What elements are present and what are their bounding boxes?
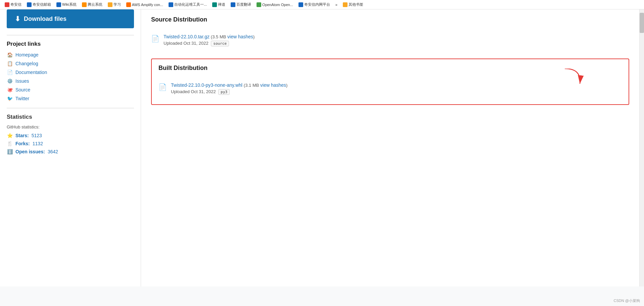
download-files-button[interactable]: ⬇ Download files: [7, 9, 134, 28]
sidebar-divider: [7, 35, 134, 35]
file-icon-built: 📄: [158, 83, 167, 91]
stat-stars: ⭐ Stars: 5123: [7, 133, 134, 138]
nav-item-homepage[interactable]: 🏠 Homepage: [7, 52, 134, 58]
sidebar-divider-2: [7, 108, 134, 108]
nav-item-changelog[interactable]: 📋 Changelog: [7, 61, 134, 66]
source-file-name-line: Twisted-22.10.0.tar.gz (3.5 MB view hash…: [164, 34, 629, 39]
bookmark-baidu[interactable]: 百度翻译: [229, 1, 253, 8]
stat-open-issues: ℹ️ Open issues: 3642: [7, 149, 134, 154]
github-label: GitHub statistics:: [7, 124, 134, 129]
bookmark-tencent[interactable]: 腾云系统: [80, 1, 104, 8]
bookmark-wiki[interactable]: Wiki系统: [54, 1, 79, 8]
built-view-hashes-link[interactable]: view hashes: [260, 82, 286, 88]
download-icon: ⬇: [15, 15, 20, 23]
nav-item-source[interactable]: 🐙 Source: [7, 87, 134, 92]
bookmark-zen[interactable]: 禅道: [210, 1, 227, 8]
issues-icon: ⚙️: [7, 78, 13, 84]
main-content: Source Distribution 📄 Twisted-22.10.0.ta…: [141, 9, 639, 286]
page-wrapper: ⬇ Download files Project links 🏠 Homepag…: [0, 9, 644, 286]
source-view-hashes-link[interactable]: view hashes: [227, 34, 253, 39]
bookmark-mail[interactable]: 奇安信邮箱: [25, 1, 53, 8]
project-links-list: 🏠 Homepage 📋 Changelog 📄 Documentation ⚙…: [7, 52, 134, 101]
bookmark-aws[interactable]: AWS Amplify con...: [124, 2, 165, 8]
docs-icon: 📄: [7, 70, 13, 75]
scrollbar-thumb[interactable]: [640, 13, 644, 33]
bookmarks-bar: 奇安信 奇安信邮箱 Wiki系统 腾云系统 学习 AWS Amplify con…: [0, 0, 644, 9]
issues-link[interactable]: ⚙️ Issues: [7, 78, 134, 84]
file-icon-source: 📄: [151, 35, 159, 43]
fork-icon: 🍴: [7, 141, 13, 146]
bookmark-openatom[interactable]: OpenAtom Open...: [255, 2, 295, 8]
sidebar: ⬇ Download files Project links 🏠 Homepag…: [0, 9, 141, 286]
bookmark-qianxin[interactable]: 奇安信: [3, 1, 24, 8]
nav-item-documentation[interactable]: 📄 Documentation: [7, 70, 134, 75]
built-file-upload: Uploaded Oct 31, 2022 py3: [171, 89, 622, 95]
home-icon: 🏠: [7, 52, 13, 58]
twitter-link[interactable]: 🐦 Twitter: [7, 96, 134, 101]
built-file-info: Twisted-22.10.0-py3-none-any.whl (3.1 MB…: [171, 82, 622, 95]
built-file-name-line: Twisted-22.10.0-py3-none-any.whl (3.1 MB…: [171, 82, 622, 88]
bookmark-more[interactable]: »: [333, 2, 339, 7]
nav-item-twitter[interactable]: 🐦 Twitter: [7, 96, 134, 101]
built-distribution-box: Built Distribution 📄 Twisted-22.10.0-py3…: [151, 59, 629, 105]
source-badge: source: [211, 41, 229, 46]
source-link[interactable]: 🐙 Source: [7, 87, 134, 92]
issues-count-icon: ℹ️: [7, 149, 13, 154]
github-icon: 🐙: [7, 87, 13, 92]
source-file-upload: Uploaded Oct 31, 2022 source: [164, 41, 629, 46]
arrow-annotation: [561, 69, 588, 90]
bookmark-ops[interactable]: 自动化运维工具一...: [167, 1, 209, 8]
source-file-link[interactable]: Twisted-22.10.0.tar.gz: [164, 34, 210, 39]
stat-forks: 🍴 Forks: 1132: [7, 141, 134, 146]
source-distribution-section: Source Distribution 📄 Twisted-22.10.0.ta…: [151, 16, 629, 50]
twitter-icon: 🐦: [7, 96, 13, 101]
bookmark-learn[interactable]: 学习: [106, 1, 123, 8]
built-dist-title: Built Distribution: [158, 65, 622, 73]
changelog-link[interactable]: 📋 Changelog: [7, 61, 134, 66]
star-icon: ⭐: [7, 133, 13, 138]
project-links-title: Project links: [7, 41, 134, 47]
source-file-size: (3.5 MB view hashes): [211, 34, 255, 39]
nav-item-issues[interactable]: ⚙️ Issues: [7, 78, 134, 84]
documentation-link[interactable]: 📄 Documentation: [7, 70, 134, 75]
source-file-entry: 📄 Twisted-22.10.0.tar.gz (3.5 MB view ha…: [151, 30, 629, 50]
built-file-entry: 📄 Twisted-22.10.0-py3-none-any.whl (3.1 …: [158, 78, 622, 99]
changelog-icon: 📋: [7, 61, 13, 66]
bookmark-intranet[interactable]: 奇安信内网平台: [296, 1, 332, 8]
bookmark-other[interactable]: 其他书签: [341, 1, 365, 8]
source-file-info: Twisted-22.10.0.tar.gz (3.5 MB view hash…: [164, 34, 629, 46]
right-scrollbar[interactable]: [639, 9, 644, 286]
built-file-link[interactable]: Twisted-22.10.0-py3-none-any.whl: [171, 82, 242, 88]
homepage-link[interactable]: 🏠 Homepage: [7, 52, 134, 58]
built-badge: py3: [218, 89, 230, 95]
source-dist-title: Source Distribution: [151, 16, 629, 25]
statistics-section: Statistics GitHub statistics: ⭐ Stars: 5…: [7, 114, 134, 154]
statistics-title: Statistics: [7, 114, 134, 120]
built-file-size: (3.1 MB view hashes): [244, 83, 288, 88]
